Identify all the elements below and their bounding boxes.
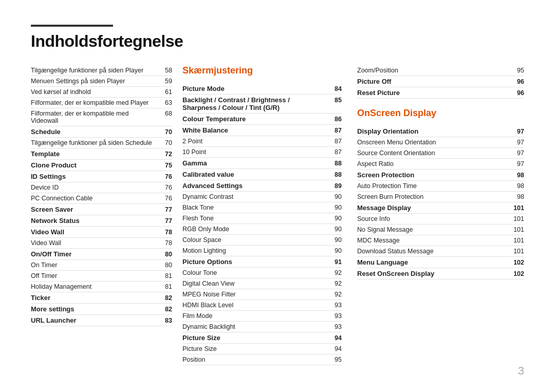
table-row: On/Off Timer80 [31,249,172,260]
toc-page-ref: 81 [160,283,172,290]
table-row: URL Launcher83 [31,315,172,326]
middle-column: Skærmjustering Picture Mode84Backlight /… [182,65,352,371]
toc-label: Colour Space [182,236,329,244]
table-row: PC Connection Cable76 [31,193,172,204]
content-area: Tilgængelige funktioner på siden Player5… [31,65,524,371]
table-row: Picture Size94 [182,332,342,344]
table-row: Source Content Orientation97 [357,148,524,159]
toc-label: No Signal Message [357,226,512,233]
table-row: Menuen Settings på siden Player59 [31,76,172,87]
toc-label: Off Timer [31,272,160,279]
table-row: Clone Product75 [31,160,172,171]
toc-label: Source Info [357,215,512,222]
toc-page-ref: 94 [329,345,342,352]
table-row: More settings82 [31,304,172,315]
toc-page-ref: 77 [160,206,172,213]
left-column: Tilgængelige funktioner på siden Player5… [31,65,182,371]
toc-page-ref: 76 [160,173,172,180]
toc-page-ref: 87 [329,127,342,134]
toc-label: Black Tone [182,204,329,211]
toc-label: PC Connection Cable [31,195,160,202]
toc-page-ref: 92 [329,269,342,276]
toc-label: Download Status Message [357,248,512,255]
toc-label: Display Orientation [357,127,512,135]
page-number: 3 [518,364,524,378]
toc-label: Dynamic Backlight [182,323,329,330]
right-section-heading: OnScreen Display [357,108,524,121]
table-row: Filformater, der er kompatible med Playe… [31,98,172,108]
toc-label: Auto Protection Time [357,182,512,190]
toc-label: Ved kørsel af indhold [31,88,160,96]
toc-label: Picture Size [182,334,329,342]
toc-label: Clone Product [31,161,160,169]
toc-page-ref: 78 [160,229,172,236]
toc-page-ref: 87 [329,138,342,145]
toc-page-ref: 63 [160,99,172,106]
toc-page-ref: 83 [160,317,172,324]
toc-page-ref: 81 [160,272,172,279]
toc-page-ref: 97 [512,150,524,157]
toc-page-ref: 95 [512,67,524,74]
table-row: Screen Protection98 [357,170,524,181]
toc-page-ref: 76 [160,195,172,202]
toc-label: Picture Options [182,258,329,266]
table-row: Zoom/Position95 [357,65,524,76]
table-row: Picture Size94 [182,344,342,354]
toc-label: Picture Mode [182,85,329,92]
toc-page-ref: 97 [512,160,524,167]
toc-label: Screen Saver [31,206,160,213]
toc-page-ref: 92 [329,280,342,287]
table-row: Film Mode93 [182,311,342,322]
toc-page-ref: 89 [329,182,342,190]
table-row: HDMI Black Level93 [182,300,342,311]
toc-page-ref: 101 [512,226,524,233]
toc-label: Schedule [31,128,160,136]
title-bar [31,25,113,27]
toc-page-ref: 80 [160,262,172,269]
toc-label: Screen Protection [357,171,512,179]
table-row: Video Wall78 [31,227,172,238]
toc-label: Position [182,356,329,363]
toc-label: Filformater, der er kompatible med Playe… [31,99,160,106]
toc-label: On Timer [31,262,160,269]
toc-page-ref: 101 [512,248,524,255]
toc-label: 2 Point [182,138,329,145]
toc-page-ref: 78 [160,239,172,247]
toc-label: Backlight / Contrast / Brightness / Shar… [182,96,329,111]
table-row: Reset Picture96 [357,87,524,99]
table-row: ID Settings76 [31,171,172,182]
table-row: Video Wall78 [31,238,172,249]
toc-page-ref: 90 [329,193,342,200]
toc-page-ref: 84 [329,85,342,92]
toc-page-ref: 80 [160,251,172,258]
table-row: Tilgængelige funktioner på siden Schedul… [31,138,172,148]
table-row: Tilgængelige funktioner på siden Player5… [31,65,172,76]
toc-label: Holiday Management [31,283,160,290]
toc-label: Menuen Settings på siden Player [31,78,160,85]
toc-label: Screen Burn Protection [357,193,512,200]
toc-label: Template [31,150,160,158]
table-row: Reset OnScreen Display102 [357,268,524,279]
table-row: Onscreen Menu Orientation97 [357,137,524,148]
table-row: Colour Tone92 [182,268,342,278]
toc-page-ref: 98 [512,172,524,179]
table-row: Colour Space90 [182,235,342,246]
table-row: No Signal Message101 [357,225,524,235]
toc-label: HDMI Black Level [182,302,329,309]
toc-label: Dynamic Contrast [182,193,329,200]
toc-label: MPEG Noise Filter [182,291,329,298]
toc-label: Gamma [182,159,329,167]
table-row: 2 Point87 [182,136,342,147]
toc-page-ref: 90 [329,236,342,244]
toc-label: White Balance [182,126,329,134]
toc-page-ref: 82 [160,306,172,313]
toc-page-ref: 72 [160,151,172,158]
table-row: Gamma88 [182,158,342,169]
toc-page-ref: 76 [160,184,172,191]
toc-page-ref: 88 [329,160,342,167]
table-row: Colour Temperature86 [182,114,342,125]
toc-label: Motion Lighting [182,247,329,254]
toc-label: Flesh Tone [182,215,329,222]
toc-page-ref: 88 [329,171,342,178]
toc-page-ref: 92 [329,291,342,298]
